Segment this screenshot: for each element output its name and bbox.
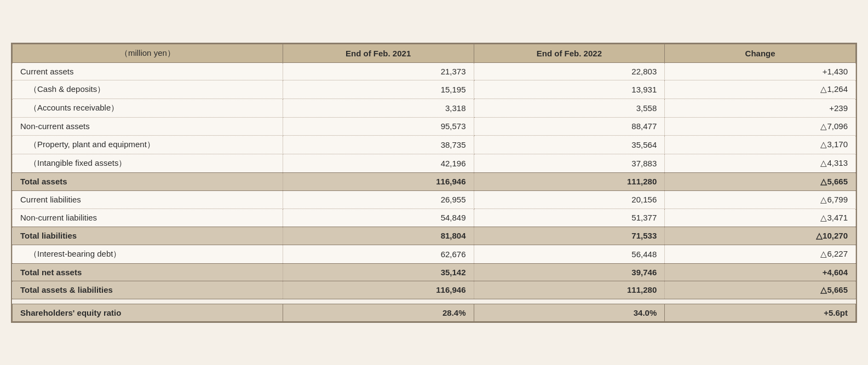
row-change: △5,665 bbox=[665, 172, 856, 190]
shareholders-change: +5.6pt bbox=[665, 304, 856, 321]
row-change: △10,270 bbox=[665, 227, 856, 245]
row-feb2021: 21,373 bbox=[283, 62, 474, 80]
row-change: +239 bbox=[665, 99, 856, 117]
separator-row bbox=[13, 299, 856, 304]
row-feb2022: 20,156 bbox=[474, 190, 665, 208]
row-label: Current liabilities bbox=[13, 190, 283, 208]
row-feb2021: 42,196 bbox=[283, 154, 474, 172]
header-change: Change bbox=[665, 44, 856, 62]
header-feb2021: End of Feb. 2021 bbox=[283, 44, 474, 62]
header-row: （million yen） End of Feb. 2021 End of Fe… bbox=[13, 44, 856, 62]
financial-table: （million yen） End of Feb. 2021 End of Fe… bbox=[11, 43, 857, 323]
row-feb2022: 111,280 bbox=[474, 281, 665, 299]
row-feb2022: 39,746 bbox=[474, 263, 665, 281]
row-feb2021: 116,946 bbox=[283, 281, 474, 299]
row-feb2022: 22,803 bbox=[474, 62, 665, 80]
table-row: Non-current assets95,57388,477△7,096 bbox=[13, 117, 856, 135]
shareholders-label: Shareholders' equity ratio bbox=[13, 304, 283, 321]
row-feb2021: 81,804 bbox=[283, 227, 474, 245]
row-label: Total liabilities bbox=[13, 227, 283, 245]
row-change: △3,471 bbox=[665, 208, 856, 227]
row-feb2021: 95,573 bbox=[283, 117, 474, 135]
row-label: Total assets & liabilities bbox=[13, 281, 283, 299]
row-change: +4,604 bbox=[665, 263, 856, 281]
row-label: （Accounts receivable） bbox=[13, 99, 283, 117]
table-row: （Intangible fixed assets）42,19637,883△4,… bbox=[13, 154, 856, 172]
row-feb2021: 35,142 bbox=[283, 263, 474, 281]
row-label: Non-current liabilities bbox=[13, 208, 283, 227]
row-change: △6,227 bbox=[665, 245, 856, 263]
header-feb2022: End of Feb. 2022 bbox=[474, 44, 665, 62]
shareholders-equity-row: Shareholders' equity ratio28.4%34.0%+5.6… bbox=[13, 304, 856, 321]
row-feb2022: 71,533 bbox=[474, 227, 665, 245]
row-feb2021: 62,676 bbox=[283, 245, 474, 263]
row-label: （Cash & deposits） bbox=[13, 80, 283, 99]
row-change: △1,264 bbox=[665, 80, 856, 99]
shareholders-feb2022: 34.0% bbox=[474, 304, 665, 321]
row-feb2022: 37,883 bbox=[474, 154, 665, 172]
table-row: （Accounts receivable）3,3183,558+239 bbox=[13, 99, 856, 117]
table-row: （Cash & deposits）15,19513,931△1,264 bbox=[13, 80, 856, 99]
table-row: （Interest-bearing debt）62,67656,448△6,22… bbox=[13, 245, 856, 263]
shareholders-feb2021: 28.4% bbox=[283, 304, 474, 321]
row-label: （Intangible fixed assets） bbox=[13, 154, 283, 172]
row-label: （Interest-bearing debt） bbox=[13, 245, 283, 263]
row-change: △5,665 bbox=[665, 281, 856, 299]
row-change: △7,096 bbox=[665, 117, 856, 135]
row-feb2021: 116,946 bbox=[283, 172, 474, 190]
row-change: △4,313 bbox=[665, 154, 856, 172]
row-change: △3,170 bbox=[665, 135, 856, 154]
row-change: +1,430 bbox=[665, 62, 856, 80]
row-feb2021: 54,849 bbox=[283, 208, 474, 227]
row-feb2022: 3,558 bbox=[474, 99, 665, 117]
table-row: Current liabilities26,95520,156△6,799 bbox=[13, 190, 856, 208]
row-feb2022: 51,377 bbox=[474, 208, 665, 227]
table-row: Total net assets35,14239,746+4,604 bbox=[13, 263, 856, 281]
table-row: Total liabilities81,80471,533△10,270 bbox=[13, 227, 856, 245]
row-feb2021: 3,318 bbox=[283, 99, 474, 117]
row-feb2021: 38,735 bbox=[283, 135, 474, 154]
row-feb2021: 15,195 bbox=[283, 80, 474, 99]
table-row: （Property, plant and equipment）38,73535,… bbox=[13, 135, 856, 154]
row-feb2022: 35,564 bbox=[474, 135, 665, 154]
header-label: （million yen） bbox=[13, 44, 283, 62]
row-change: △6,799 bbox=[665, 190, 856, 208]
row-label: （Property, plant and equipment） bbox=[13, 135, 283, 154]
row-label: Total assets bbox=[13, 172, 283, 190]
row-feb2022: 56,448 bbox=[474, 245, 665, 263]
row-feb2022: 13,931 bbox=[474, 80, 665, 99]
table-row: Current assets21,37322,803+1,430 bbox=[13, 62, 856, 80]
row-feb2022: 111,280 bbox=[474, 172, 665, 190]
row-feb2022: 88,477 bbox=[474, 117, 665, 135]
row-feb2021: 26,955 bbox=[283, 190, 474, 208]
table-row: Non-current liabilities54,84951,377△3,47… bbox=[13, 208, 856, 227]
row-label: Current assets bbox=[13, 62, 283, 80]
table-row: Total assets & liabilities116,946111,280… bbox=[13, 281, 856, 299]
row-label: Non-current assets bbox=[13, 117, 283, 135]
row-label: Total net assets bbox=[13, 263, 283, 281]
table-row: Total assets116,946111,280△5,665 bbox=[13, 172, 856, 190]
